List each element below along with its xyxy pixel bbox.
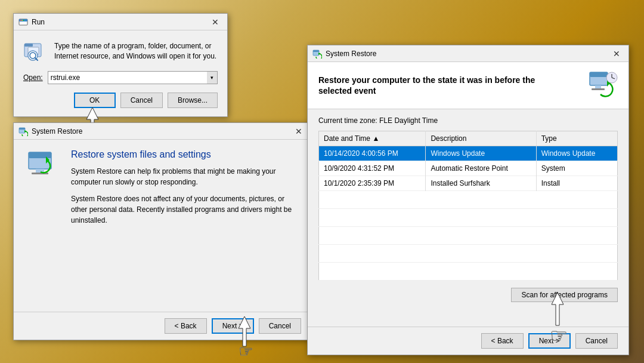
run-dialog: Run ✕ Type the name of a program, folder… [13,13,228,117]
row1-type: Windows Update [536,146,617,161]
run-title-icon [18,17,28,27]
sr1-body1: System Restore can help fix problems tha… [71,166,299,187]
restore-points-table: Date and Time ▲ Description Type 10/14/2… [318,131,618,281]
run-ok-button[interactable]: OK [74,93,116,108]
row3-date: 10/1/2020 2:35:39 PM [319,176,426,191]
svg-rect-24 [313,50,319,52]
run-titlebar[interactable]: Run ✕ [14,14,227,30]
svg-point-4 [23,20,24,21]
sr1-close-button[interactable]: ✕ [292,125,306,137]
system-restore-dialog-2: System Restore ✕ Restore your computer t… [307,45,629,355]
sr2-footer: < Back Next > Cancel [308,327,628,355]
svg-rect-27 [590,72,608,77]
svg-rect-29 [592,88,605,90]
svg-rect-28 [595,85,601,88]
svg-rect-6 [24,44,33,47]
sr1-titlebar[interactable]: System Restore ✕ [14,123,311,140]
sr2-back-button[interactable]: < Back [481,333,524,349]
table-header-date[interactable]: Date and Time ▲ [319,131,426,146]
sr1-title: System Restore [32,127,292,136]
row2-date: 10/9/2020 4:31:52 PM [319,161,426,176]
table-row[interactable]: 10/9/2020 4:31:52 PM Automatic Restore P… [319,161,618,176]
row3-type: Install [536,176,617,191]
sr2-heading: Restore your computer to the state it wa… [318,75,545,96]
sr1-heading: Restore system files and settings [71,149,299,160]
run-browse-button[interactable]: Browse... [168,93,218,108]
sr2-timezone: Current time zone: FLE Daylight Time [318,116,618,125]
run-cancel-button[interactable]: Cancel [120,93,163,108]
table-header-type[interactable]: Type [536,131,617,146]
sr2-titlebar[interactable]: System Restore ✕ [308,45,628,62]
sr1-computer-icon [26,149,61,185]
run-close-button[interactable]: ✕ [208,16,222,28]
row3-description: Installed Surfshark [426,176,536,191]
table-row[interactable]: 10/1/2020 2:35:39 PM Installed Surfshark… [319,176,618,191]
row2-type: System [536,161,617,176]
scan-affected-programs-button[interactable]: Scan for affected programs [511,288,618,302]
svg-text:☞: ☞ [239,342,253,358]
run-title: Run [32,18,208,26]
table-header-description[interactable]: Description [426,131,536,146]
sr1-back-button[interactable]: < Back [165,318,207,334]
sr2-close-button[interactable]: ✕ [609,48,624,60]
sr2-cancel-button[interactable]: Cancel [575,333,618,349]
sr1-body2: System Restore does not affect any of yo… [71,193,299,226]
sr2-next-button[interactable]: Next > [528,333,571,349]
system-restore-dialog-1: System Restore ✕ Restore system files an… [13,122,311,340]
table-row[interactable]: 10/14/2020 4:00:56 PM Windows Update Win… [319,146,618,161]
run-description: Type the name of a program, folder, docu… [54,39,218,61]
sr2-header-icon [588,70,618,100]
sr1-cancel-button[interactable]: Cancel [259,318,301,334]
sr2-header: Restore your computer to the state it wa… [308,62,628,109]
sr1-next-button[interactable]: Next > [212,318,254,334]
row1-description: Windows Update [426,146,536,161]
svg-rect-17 [29,152,51,158]
svg-point-3 [21,20,23,21]
sr1-title-icon [18,127,28,136]
row1-date: 10/14/2020 4:00:56 PM [319,146,426,161]
run-dropdown-button[interactable]: ▾ [207,71,218,84]
row2-description: Automatic Restore Point [426,161,536,176]
sr2-title: System Restore [326,50,609,58]
run-program-icon [23,39,47,63]
svg-point-2 [20,20,21,21]
svg-rect-14 [19,128,25,130]
sr2-title-icon [312,49,322,59]
run-input[interactable] [48,71,218,84]
run-open-label: Open: [23,73,43,82]
